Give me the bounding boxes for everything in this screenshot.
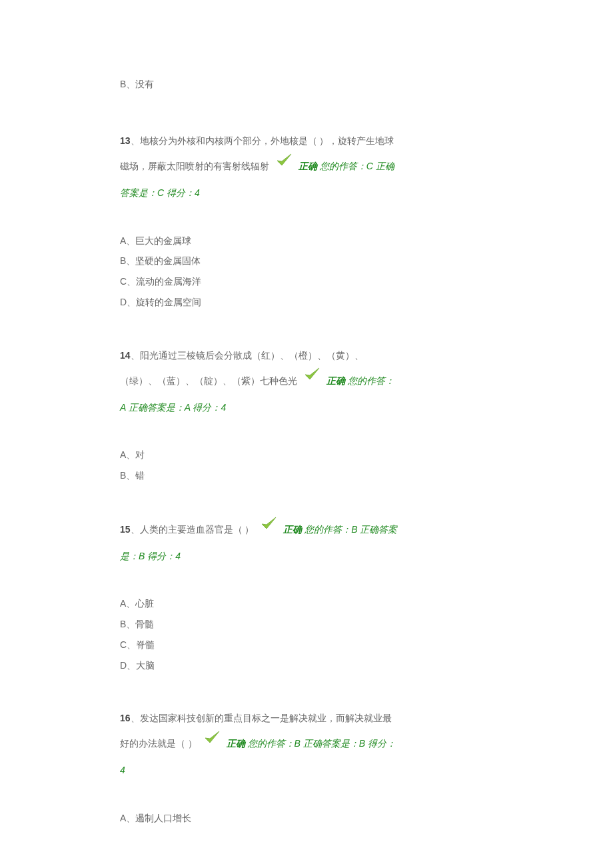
option: B、错 — [120, 465, 400, 486]
question-13: 13、地核分为外核和内核两个部分，外地核是（ ），旋转产生地球磁场，屏蔽太阳喷射… — [120, 129, 400, 312]
your-answer: C — [366, 161, 373, 171]
your-answer-label: 您的作答： — [305, 524, 351, 535]
score-label: 得分： — [145, 551, 175, 561]
question-16: 16、发达国家科技创新的重点目标之一是解决就业，而解决就业最好的办法就是（ ） … — [120, 706, 400, 828]
your-answer-label: 您的作答： — [248, 738, 295, 749]
question-number: 16 — [120, 713, 131, 723]
options-list: A、心脏 B、骨髓 C、脊髓 D、大脑 — [120, 593, 400, 675]
result-correct-label: 正确 — [326, 375, 345, 386]
option: C、脊髓 — [120, 635, 400, 655]
option: A、遏制人口增长 — [120, 808, 400, 829]
checkmark-icon — [303, 365, 321, 392]
right-answer: B — [139, 551, 145, 561]
option: D、大脑 — [120, 655, 400, 676]
question-14: 14、阳光通过三棱镜后会分散成（红）、（橙）、（黄）、（绿）、（蓝）、（靛）、（… — [120, 343, 400, 486]
right-answer-label: 正确答案是： — [126, 402, 185, 413]
right-answer: C — [157, 187, 164, 198]
question-stem: 、人类的主要造血器官是（ ） — [131, 524, 257, 535]
score-value: 4 — [120, 765, 125, 775]
option: B、骨髓 — [120, 614, 400, 635]
score-value: 4 — [221, 402, 226, 413]
option: D、旋转的金属空间 — [120, 292, 400, 313]
orphan-option: B、没有 — [120, 77, 400, 91]
option: A、心脏 — [120, 593, 400, 614]
score-value: 4 — [195, 187, 200, 198]
option: A、对 — [120, 445, 400, 465]
options-list: A、遏制人口增长 — [120, 808, 400, 829]
checkmark-icon — [275, 151, 293, 178]
checkmark-icon — [259, 514, 278, 541]
option: A、巨大的金属球 — [120, 231, 400, 251]
options-list: A、巨大的金属球 B、坚硬的金属固体 C、流动的金属海洋 D、旋转的金属空间 — [120, 231, 400, 313]
your-answer-label: 您的作答： — [348, 375, 394, 386]
checkmark-icon — [203, 728, 221, 755]
option: B、坚硬的金属固体 — [120, 251, 400, 271]
option: C、流动的金属海洋 — [120, 271, 400, 292]
your-answer: A — [120, 402, 126, 413]
score-label: 得分： — [365, 738, 396, 749]
options-list: A、对 B、错 — [120, 445, 400, 486]
right-answer-label: 正确答案是： — [301, 738, 359, 749]
question-number: 15 — [120, 524, 131, 535]
score-value: 4 — [175, 551, 181, 561]
question-number: 14 — [120, 350, 131, 361]
right-answer: B — [359, 738, 365, 749]
result-correct-label: 正确 — [299, 161, 317, 171]
your-answer: B — [295, 738, 301, 749]
question-number: 13 — [120, 135, 131, 146]
score-label: 得分： — [191, 402, 221, 413]
your-answer-label: 您的作答： — [320, 161, 366, 171]
result-correct-label: 正确 — [283, 524, 302, 535]
right-answer: A — [185, 402, 191, 413]
quiz-content: B、没有 13、地核分为外核和内核两个部分，外地核是（ ），旋转产生地球磁场，屏… — [120, 77, 400, 828]
result-correct-label: 正确 — [227, 738, 245, 749]
question-15: 15、人类的主要造血器官是（ ） 正确 您的作答：B 正确答案是：B 得分：4 … — [120, 517, 400, 676]
score-label: 得分： — [164, 187, 195, 198]
